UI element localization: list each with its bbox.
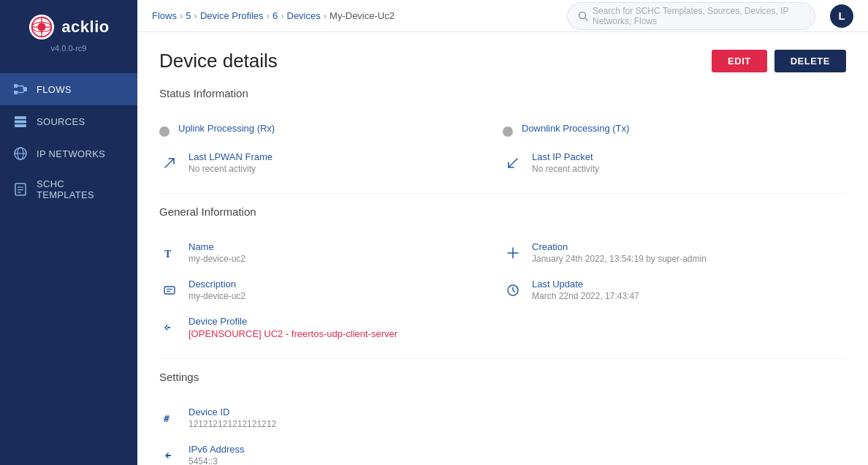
content: Device details EDIT DELETE Status Inform… <box>137 32 868 465</box>
downlink-column: Downlink Processing (Tx) Last IP Packet <box>503 116 846 181</box>
creation-row: Creation January 24th 2022, 13:54:19 by … <box>503 234 846 271</box>
sidebar-item-ip-networks-label: IP NETWORKS <box>37 148 105 159</box>
breadcrumb-sep-2: › <box>194 10 197 21</box>
sidebar-item-sources-label: SOURCES <box>37 116 85 127</box>
topbar: Flows › 5 › Device Profiles › 6 › Device… <box>137 0 868 32</box>
creation-value: January 24th 2022, 13:54:19 by super-adm… <box>532 254 707 264</box>
uplink-column: Uplink Processing (Rx) Last LPWAN Frame <box>159 116 503 181</box>
device-profile-value: [OPENSOURCE] UC2 - freertos-udp-client-s… <box>189 328 397 339</box>
svg-text:T: T <box>164 249 172 260</box>
breadcrumb-5[interactable]: 5 <box>186 10 191 21</box>
device-id-icon: # <box>159 408 180 428</box>
page-title: Device details <box>159 50 278 72</box>
sidebar-item-schc-templates[interactable]: SCHC TEMPLATES <box>0 170 137 209</box>
device-profile-content: Device Profile [OPENSOURCE] UC2 - freert… <box>189 316 397 339</box>
lpwan-arrow-icon <box>159 153 180 173</box>
device-id-row: # Device ID 121212121212121212 <box>159 399 846 436</box>
breadcrumb: Flows › 5 › Device Profiles › 6 › Device… <box>152 10 561 21</box>
last-lpwan-label: Last LPWAN Frame <box>189 151 273 162</box>
breadcrumb-6[interactable]: 6 <box>273 10 278 21</box>
last-lpwan-value: No recent activity <box>189 164 273 174</box>
flows-icon <box>13 82 28 97</box>
breadcrumb-devices[interactable]: Devices <box>287 10 321 21</box>
search-icon <box>578 11 588 21</box>
general-grid: T Name my-device-uc2 <box>159 234 846 347</box>
edit-button[interactable]: EDIT <box>712 50 767 72</box>
header-actions: EDIT DELETE <box>712 50 846 72</box>
sidebar-item-ip-networks[interactable]: IP NETWORKS <box>0 137 137 170</box>
logo-text: acklio <box>61 18 109 37</box>
divider-1 <box>159 193 846 194</box>
downlink-status-dot <box>503 126 513 137</box>
ip-arrow-icon <box>503 153 523 173</box>
svg-rect-15 <box>15 124 26 127</box>
general-right: Creation January 24th 2022, 13:54:19 by … <box>503 234 846 347</box>
device-id-content: Device ID 121212121212121212 <box>189 407 276 429</box>
breadcrumb-sep-1: › <box>180 10 183 21</box>
last-update-row: Last Update March 22nd 2022, 17:43:47 <box>503 271 846 309</box>
settings-section-title: Settings <box>159 371 846 388</box>
last-ip-content: Last IP Packet No recent activity <box>532 151 599 174</box>
breadcrumb-current: My-Device-Uc2 <box>330 10 395 21</box>
delete-button[interactable]: DELETE <box>774 50 846 72</box>
general-section: General Information T Name my-device-uc2 <box>159 205 846 347</box>
last-update-value: March 22nd 2022, 17:43:47 <box>532 291 639 301</box>
logo-version: v4.0.0-rc9 <box>51 44 87 53</box>
user-avatar[interactable]: L <box>830 4 853 28</box>
creation-icon <box>503 243 523 263</box>
device-profile-icon <box>159 317 180 338</box>
breadcrumb-device-profiles[interactable]: Device Profiles <box>200 10 264 21</box>
ipv6-value: 5454::3 <box>189 456 245 465</box>
last-ip-value: No recent activity <box>532 164 599 174</box>
breadcrumb-sep-4: › <box>281 10 283 21</box>
breadcrumb-sep-3: › <box>267 10 270 21</box>
downlink-label: Downlink Processing (Tx) <box>522 123 629 134</box>
search-placeholder: Search for SCHC Templates, Sources, Devi… <box>593 6 804 26</box>
schc-templates-icon <box>13 182 28 197</box>
name-icon: T <box>159 243 180 263</box>
last-lpwan-row: Last LPWAN Frame No recent activity <box>159 144 503 181</box>
sources-icon <box>13 114 28 129</box>
sidebar-item-schc-templates-label: SCHC TEMPLATES <box>37 178 124 200</box>
sidebar-nav: FLOWS SOURCES IP NETWORKS <box>0 73 137 209</box>
svg-rect-14 <box>15 121 26 124</box>
uplink-status-content: Uplink Processing (Rx) <box>178 123 275 134</box>
svg-line-25 <box>165 159 174 167</box>
last-ip-label: Last IP Packet <box>532 151 599 162</box>
svg-rect-6 <box>14 84 18 88</box>
device-id-label: Device ID <box>189 407 276 417</box>
name-value: my-device-uc2 <box>189 254 245 264</box>
name-content: Name my-device-uc2 <box>189 241 245 264</box>
last-lpwan-content: Last LPWAN Frame No recent activity <box>189 151 273 174</box>
main: Flows › 5 › Device Profiles › 6 › Device… <box>137 0 868 465</box>
sidebar-item-flows[interactable]: FLOWS <box>0 73 137 105</box>
creation-content: Creation January 24th 2022, 13:54:19 by … <box>532 241 707 264</box>
last-ip-row: Last IP Packet No recent activity <box>503 144 846 181</box>
sidebar-item-flows-label: FLOWS <box>37 84 72 95</box>
search-bar[interactable]: Search for SCHC Templates, Sources, Devi… <box>567 2 815 30</box>
general-left: T Name my-device-uc2 <box>159 234 503 347</box>
svg-line-26 <box>509 159 517 167</box>
ip-networks-icon <box>13 146 28 161</box>
general-section-title: General Information <box>159 205 846 222</box>
ipv6-row: IPv6 Address 5454::3 <box>159 436 846 465</box>
ipv6-label: IPv6 Address <box>189 444 245 455</box>
creation-label: Creation <box>532 241 707 252</box>
svg-rect-28 <box>164 287 175 294</box>
svg-rect-13 <box>15 116 26 119</box>
svg-rect-7 <box>14 91 18 94</box>
description-content: Description my-device-uc2 <box>189 279 245 301</box>
ipv6-content: IPv6 Address 5454::3 <box>189 444 245 465</box>
logo-icon <box>28 13 56 41</box>
status-grid: Uplink Processing (Rx) Last LPWAN Frame <box>159 116 846 181</box>
sidebar: acklio v4.0.0-rc9 FLOWS <box>0 0 137 465</box>
device-profile-row: Device Profile [OPENSOURCE] UC2 - freert… <box>159 309 503 347</box>
last-update-label: Last Update <box>532 279 639 290</box>
svg-line-24 <box>585 18 588 20</box>
ipv6-icon <box>159 445 180 465</box>
sidebar-item-sources[interactable]: SOURCES <box>0 105 137 137</box>
uplink-status-row: Uplink Processing (Rx) <box>159 116 503 144</box>
svg-text:#: # <box>164 413 170 424</box>
breadcrumb-flows[interactable]: Flows <box>152 10 177 21</box>
name-row: T Name my-device-uc2 <box>159 234 503 271</box>
